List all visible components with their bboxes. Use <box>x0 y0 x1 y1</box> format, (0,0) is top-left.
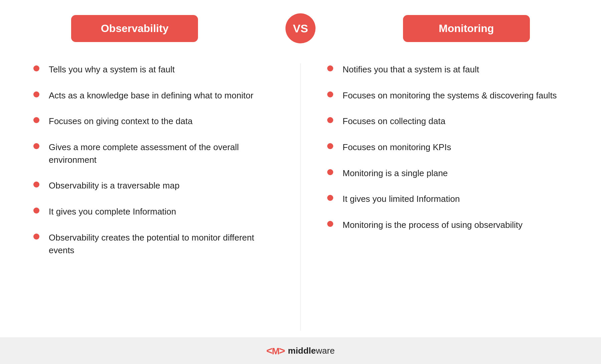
item-text: Focuses on monitoring KPIs <box>343 141 451 154</box>
bullet-icon <box>327 195 333 201</box>
bullet-icon <box>327 169 333 175</box>
bullet-icon <box>33 65 39 71</box>
list-item: Focuses on monitoring the systems & disc… <box>327 89 568 102</box>
item-text: Monitoring is a single plane <box>343 167 448 180</box>
footer-logo: <M> middleware <box>266 345 335 357</box>
bullet-icon <box>327 91 333 97</box>
item-text: Focuses on monitoring the systems & disc… <box>343 89 557 102</box>
item-text: Acts as a knowledge base in defining wha… <box>49 89 253 102</box>
list-item: Gives a more complete assessment of the … <box>33 141 274 166</box>
monitoring-title: Monitoring <box>439 22 494 34</box>
bullet-icon <box>33 91 39 97</box>
item-text: It gives you complete Information <box>49 206 176 218</box>
list-item: Focuses on collecting data <box>327 115 568 128</box>
list-item: Observability is a traversable map <box>33 179 274 192</box>
item-text: Gives a more complete assessment of the … <box>49 141 274 166</box>
bullet-icon <box>327 143 333 149</box>
bullet-icon <box>33 181 39 188</box>
bullet-icon <box>327 117 333 123</box>
list-item: Acts as a knowledge base in defining wha… <box>33 89 274 102</box>
item-text: Monitoring is the process of using obser… <box>343 219 523 232</box>
logo-text: middleware <box>288 346 335 356</box>
main-content: Observability VS Monitoring Tells you wh… <box>0 0 601 337</box>
bullet-icon <box>33 143 39 149</box>
list-item: Observability creates the potential to m… <box>33 232 274 257</box>
list-item: Notifies you that a system is at fault <box>327 63 568 76</box>
item-text: It gives you limited Information <box>343 193 460 206</box>
column-divider <box>300 63 301 331</box>
bullet-icon <box>33 208 39 214</box>
logo-text-bold: middle <box>288 346 316 356</box>
bullet-icon <box>33 117 39 123</box>
item-text: Observability creates the potential to m… <box>49 232 274 257</box>
bullet-icon <box>327 65 333 71</box>
item-text: Observability is a traversable map <box>49 179 180 192</box>
item-text: Tells you why a system is at fault <box>49 63 175 76</box>
list-item: Focuses on monitoring KPIs <box>327 141 568 154</box>
logo-icon: <M> <box>266 345 285 357</box>
header-row: Observability VS Monitoring <box>20 13 581 43</box>
observability-column: Tells you why a system is at faultActs a… <box>20 63 300 331</box>
vs-badge: VS <box>285 13 316 43</box>
item-text: Focuses on collecting data <box>343 115 445 128</box>
item-text: Focuses on giving context to the data <box>49 115 193 128</box>
list-item: It gives you limited Information <box>327 193 568 206</box>
observability-title: Observability <box>101 22 169 34</box>
observability-badge: Observability <box>71 15 198 42</box>
monitoring-badge: Monitoring <box>403 15 530 42</box>
bullet-icon <box>33 234 39 240</box>
list-item: It gives you complete Information <box>33 206 274 218</box>
list-item: Focuses on giving context to the data <box>33 115 274 128</box>
list-item: Monitoring is the process of using obser… <box>327 219 568 232</box>
monitoring-column: Notifies you that a system is at faultFo… <box>300 63 581 331</box>
footer: <M> middleware <box>0 337 601 364</box>
columns-area: Tells you why a system is at faultActs a… <box>20 63 581 331</box>
list-item: Tells you why a system is at fault <box>33 63 274 76</box>
vs-label: VS <box>293 22 308 35</box>
bullet-icon <box>327 221 333 227</box>
item-text: Notifies you that a system is at fault <box>343 63 479 76</box>
logo-text-regular: ware <box>316 346 335 356</box>
list-item: Monitoring is a single plane <box>327 167 568 180</box>
